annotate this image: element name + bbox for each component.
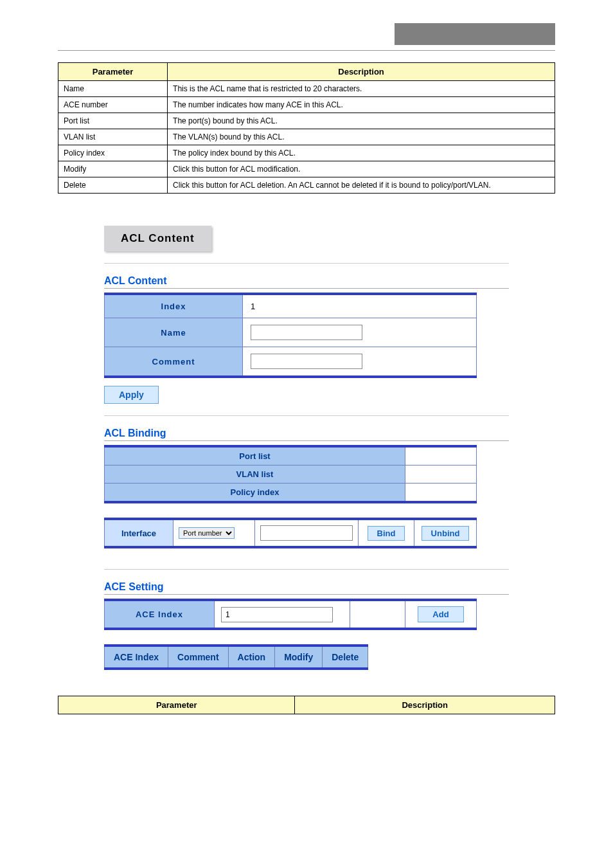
ace-index-input[interactable] bbox=[221, 607, 333, 622]
table-row: NameThis is the ACL name that is restric… bbox=[58, 81, 555, 97]
param2-header-description: Description bbox=[295, 696, 555, 714]
apply-button[interactable]: Apply bbox=[104, 386, 159, 404]
interface-input[interactable] bbox=[260, 525, 353, 541]
policyindex-value bbox=[405, 484, 477, 503]
add-button[interactable]: Add bbox=[418, 606, 463, 622]
table-row: DeleteClick this button for ACL deletion… bbox=[58, 177, 555, 194]
parameter-table: Parameter Description NameThis is the AC… bbox=[58, 62, 555, 194]
col-ace-index: ACE Index bbox=[105, 646, 168, 669]
name-input[interactable] bbox=[251, 325, 362, 340]
table-row: Port listThe port(s) bound by this ACL. bbox=[58, 113, 555, 129]
param-header-parameter: Parameter bbox=[58, 63, 168, 81]
section-title-acl-binding: ACL Binding bbox=[104, 428, 509, 441]
parameter-table-2: Parameter Description bbox=[58, 696, 555, 714]
tab-acl-content[interactable]: ACL Content bbox=[104, 226, 211, 251]
col-modify: Modify bbox=[275, 646, 323, 669]
ace-setting-table: ACE Index Add bbox=[104, 599, 477, 630]
acl-panel: ACL Content ACL Content Index 1 Name Com… bbox=[104, 226, 509, 670]
param-header-description: Description bbox=[168, 63, 555, 81]
acl-content-table: Index 1 Name Comment bbox=[104, 293, 477, 378]
portlist-value bbox=[405, 446, 477, 466]
section-title-acl-content: ACL Content bbox=[104, 275, 509, 289]
table-row: Policy indexThe policy index bound by th… bbox=[58, 145, 555, 161]
col-delete: Delete bbox=[323, 646, 368, 669]
interface-table: Interface Port number Bind Unbind bbox=[104, 518, 477, 548]
index-label: Index bbox=[105, 294, 243, 318]
table-row: ACE numberThe number indicates how many … bbox=[58, 97, 555, 113]
policyindex-label: Policy index bbox=[105, 484, 405, 503]
col-comment: Comment bbox=[168, 646, 229, 669]
col-action: Action bbox=[228, 646, 275, 669]
table-row: ModifyClick this button for ACL modifica… bbox=[58, 161, 555, 177]
divider bbox=[104, 263, 509, 264]
header-gray-block bbox=[395, 23, 555, 45]
vlanlist-value bbox=[405, 466, 477, 484]
acl-binding-table: Port list VLAN list Policy index bbox=[104, 445, 477, 503]
ace-list-table: ACE Index Comment Action Modify Delete bbox=[104, 644, 368, 670]
vlanlist-label: VLAN list bbox=[105, 466, 405, 484]
section-title-ace-setting: ACE Setting bbox=[104, 581, 509, 595]
param2-header-parameter: Parameter bbox=[58, 696, 295, 714]
comment-label: Comment bbox=[105, 347, 243, 377]
divider bbox=[104, 569, 509, 570]
index-value: 1 bbox=[243, 294, 477, 318]
unbind-button[interactable]: Unbind bbox=[422, 526, 470, 541]
interface-select[interactable]: Port number bbox=[179, 527, 235, 539]
divider bbox=[104, 415, 509, 416]
interface-label: Interface bbox=[105, 519, 173, 547]
header-rule bbox=[58, 27, 555, 51]
table-row: VLAN listThe VLAN(s) bound by this ACL. bbox=[58, 129, 555, 145]
bind-button[interactable]: Bind bbox=[368, 526, 405, 541]
ace-index-label: ACE Index bbox=[105, 600, 215, 629]
name-label: Name bbox=[105, 318, 243, 347]
comment-input[interactable] bbox=[251, 354, 362, 369]
portlist-label: Port list bbox=[105, 446, 405, 466]
